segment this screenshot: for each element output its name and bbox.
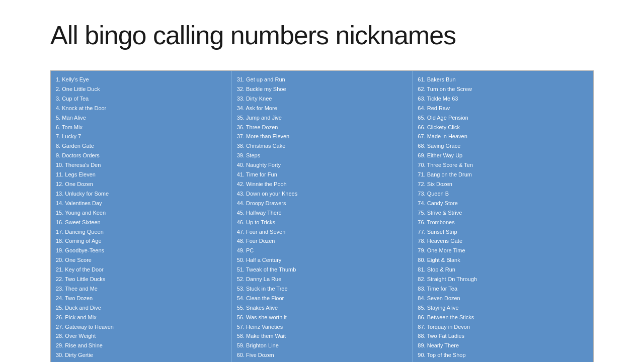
list-item: 61. Bakers Bun: [418, 75, 588, 84]
list-item: 21. Key of the Door: [56, 265, 226, 275]
list-item: 44. Droopy Drawers: [237, 199, 408, 208]
list-item: 48. Four Dozen: [237, 236, 408, 246]
list-item: 20. One Score: [56, 255, 226, 265]
list-item: 3. Cup of Tea: [56, 94, 226, 104]
list-item: 35. Jump and Jive: [237, 113, 408, 123]
list-item: 40. Naughty Forty: [237, 160, 408, 170]
list-item: 66. Clickety Click: [418, 123, 588, 132]
list-item: 41. Time for Fun: [237, 170, 408, 179]
list-item: 78. Heavens Gate: [418, 236, 588, 246]
list-item: 75. Strive & Strive: [418, 208, 588, 218]
list-item: 50. Half a Century: [237, 255, 408, 265]
list-item: 72. Six Dozen: [418, 179, 588, 189]
list-item: 31. Get up and Run: [237, 75, 408, 84]
list-item: 86. Between the Sticks: [418, 313, 588, 322]
list-item: 77. Sunset Strip: [418, 227, 588, 237]
list-item: 8. Garden Gate: [56, 141, 226, 151]
list-item: 90. Top of the Shop: [418, 350, 588, 360]
list-item: 17. Dancing Queen: [56, 227, 226, 237]
list-item: 82. Straight On Through: [418, 275, 588, 284]
list-item: 6. Tom Mix: [56, 123, 226, 132]
list-item: 14. Valentines Day: [56, 199, 226, 208]
list-item: 13. Unlucky for Some: [56, 189, 226, 199]
column-2: 31. Get up and Run32. Buckle my Shoe33. …: [232, 71, 413, 362]
list-item: 26. Pick and Mix: [56, 313, 226, 322]
list-item: 19. Goodbye-Teens: [56, 246, 226, 255]
list-item: 70. Three Score & Ten: [418, 160, 588, 170]
list-item: 42. Winnie the Pooh: [237, 179, 408, 189]
list-item: 9. Doctors Orders: [56, 151, 226, 160]
list-item: 52. Danny La Rue: [237, 275, 408, 284]
list-item: 4. Knock at the Door: [56, 104, 226, 113]
list-item: 79. One More Time: [418, 246, 588, 255]
list-item: 53. Stuck in the Tree: [237, 284, 408, 294]
list-item: 15. Young and Keen: [56, 208, 226, 218]
list-item: 10. Theresa's Den: [56, 160, 226, 170]
list-item: 5. Man Alive: [56, 113, 226, 123]
list-item: 29. Rise and Shine: [56, 341, 226, 350]
list-item: 47. Four and Seven: [237, 227, 408, 237]
list-item: 85. Staying Alive: [418, 303, 588, 313]
list-item: 55. Snakes Alive: [237, 303, 408, 313]
bingo-table: 1. Kelly's Eye2. One Little Duck3. Cup o…: [50, 70, 594, 362]
list-item: 36. Three Dozen: [237, 123, 408, 132]
list-item: 59. Brighton Line: [237, 341, 408, 350]
list-item: 74. Candy Store: [418, 199, 588, 208]
list-item: 32. Buckle my Shoe: [237, 84, 408, 94]
list-item: 71. Bang on the Drum: [418, 170, 588, 179]
list-item: 80. Eight & Blank: [418, 255, 588, 265]
list-item: 65. Old Age Pension: [418, 113, 588, 123]
list-item: 88. Two Fat Ladies: [418, 331, 588, 341]
list-item: 87. Torquay in Devon: [418, 322, 588, 332]
list-item: 25. Duck and Dive: [56, 303, 226, 313]
list-item: 51. Tweak of the Thumb: [237, 265, 408, 275]
list-item: 43. Down on your Knees: [237, 189, 408, 199]
list-item: 30. Dirty Gertie: [56, 350, 226, 360]
list-item: 11. Legs Eleven: [56, 170, 226, 179]
list-item: 16. Sweet Sixteen: [56, 218, 226, 227]
list-item: 49. PC: [237, 246, 408, 255]
list-item: 46. Up to Tricks: [237, 218, 408, 227]
list-item: 81. Stop & Run: [418, 265, 588, 275]
list-item: 38. Christmas Cake: [237, 141, 408, 151]
list-item: 37. More than Eleven: [237, 132, 408, 141]
list-item: 24. Two Dozen: [56, 294, 226, 303]
list-item: 22. Two Little Ducks: [56, 275, 226, 284]
list-item: 39. Steps: [237, 151, 408, 160]
list-item: 7. Lucky 7: [56, 132, 226, 141]
list-item: 69. Either Way Up: [418, 151, 588, 160]
list-item: 23. Thee and Me: [56, 284, 226, 294]
list-item: 57. Heinz Varieties: [237, 322, 408, 332]
list-item: 64. Red Raw: [418, 104, 588, 113]
list-item: 76. Trombones: [418, 218, 588, 227]
list-item: 63. Tickle Me 63: [418, 94, 588, 104]
list-item: 62. Turn on the Screw: [418, 84, 588, 94]
list-item: 58. Make them Wait: [237, 331, 408, 341]
list-item: 1. Kelly's Eye: [56, 75, 226, 84]
list-item: 54. Clean the Floor: [237, 294, 408, 303]
list-item: 28. Over Weight: [56, 331, 226, 341]
list-item: 33. Dirty Knee: [237, 94, 408, 104]
list-item: 27. Gateway to Heaven: [56, 322, 226, 332]
list-item: 84. Seven Dozen: [418, 294, 588, 303]
list-item: 56. Was she worth it: [237, 313, 408, 322]
list-item: 45. Halfway There: [237, 208, 408, 218]
list-item: 89. Nearly There: [418, 341, 588, 350]
list-item: 73. Queen B: [418, 189, 588, 199]
list-item: 60. Five Dozen: [237, 350, 408, 360]
column-3: 61. Bakers Bun62. Turn on the Screw63. T…: [413, 71, 593, 362]
list-item: 83. Time for Tea: [418, 284, 588, 294]
list-item: 67. Made in Heaven: [418, 132, 588, 141]
column-1: 1. Kelly's Eye2. One Little Duck3. Cup o…: [51, 71, 232, 362]
list-item: 18. Coming of Age: [56, 236, 226, 246]
list-item: 2. One Little Duck: [56, 84, 226, 94]
list-item: 68. Saving Grace: [418, 141, 588, 151]
page-title: All bingo calling numbers nicknames: [0, 0, 644, 65]
list-item: 34. Ask for More: [237, 104, 408, 113]
list-item: 12. One Dozen: [56, 179, 226, 189]
